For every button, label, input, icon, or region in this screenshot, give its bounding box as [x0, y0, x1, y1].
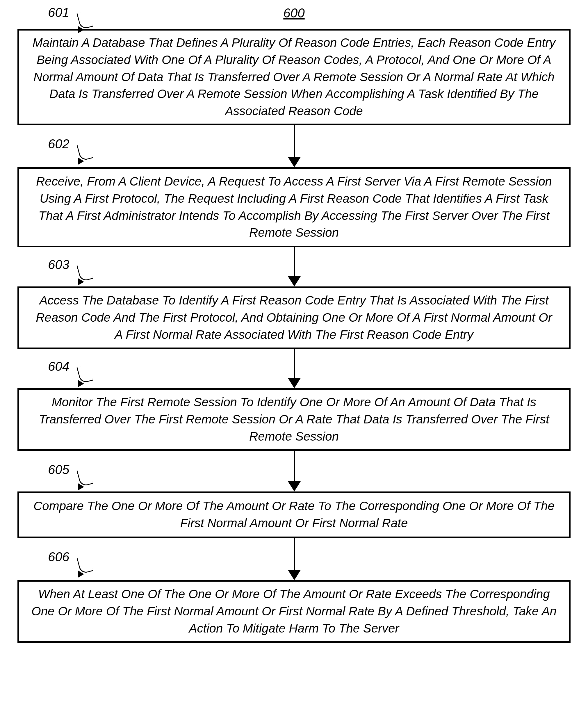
- step-label-603: 603: [48, 257, 69, 272]
- step-label-601: 601: [48, 5, 69, 20]
- arrow-line: [294, 349, 295, 378]
- step-box-601: Maintain A Database That Defines A Plura…: [18, 29, 570, 125]
- callout-hook-603: [77, 262, 93, 282]
- arrow-line: [294, 125, 295, 157]
- arrow-head: [288, 276, 301, 287]
- callout-hook-604: [77, 364, 93, 384]
- step-text-602: Receive, From A Client Device, A Request…: [30, 173, 558, 241]
- step-label-602: 602: [48, 137, 69, 151]
- arrow-head: [288, 378, 301, 388]
- step-text-605: Compare The One Or More Of The Amount Or…: [30, 498, 558, 532]
- step-box-604: Monitor The First Remote Session To Iden…: [18, 388, 570, 451]
- callout-hook-606: [77, 555, 93, 574]
- flowchart-page: 600 601 Maintain A Database That Defines…: [0, 0, 588, 725]
- step-label-604: 604: [48, 359, 69, 374]
- step-box-603: Access The Database To Identify A First …: [18, 287, 570, 349]
- arrow-line: [294, 247, 295, 276]
- callout-hook-605: [77, 467, 93, 487]
- arrow-head: [288, 481, 301, 492]
- step-text-601: Maintain A Database That Defines A Plura…: [30, 34, 558, 120]
- step-box-606: When At Least One Of The One Or More Of …: [18, 580, 570, 643]
- step-box-605: Compare The One Or More Of The Amount Or…: [18, 492, 570, 538]
- step-label-605: 605: [48, 462, 69, 477]
- step-box-602: Receive, From A Client Device, A Request…: [18, 167, 570, 247]
- step-label-606: 606: [48, 550, 69, 564]
- arrow-line: [294, 451, 295, 481]
- step-text-604: Monitor The First Remote Session To Iden…: [30, 394, 558, 445]
- callout-hook-602: [77, 142, 93, 161]
- arrow-head: [288, 570, 301, 580]
- step-text-606: When At Least One Of The One Or More Of …: [30, 586, 558, 637]
- arrow-line: [294, 538, 295, 570]
- arrow-head: [288, 157, 301, 167]
- step-text-603: Access The Database To Identify A First …: [30, 292, 558, 343]
